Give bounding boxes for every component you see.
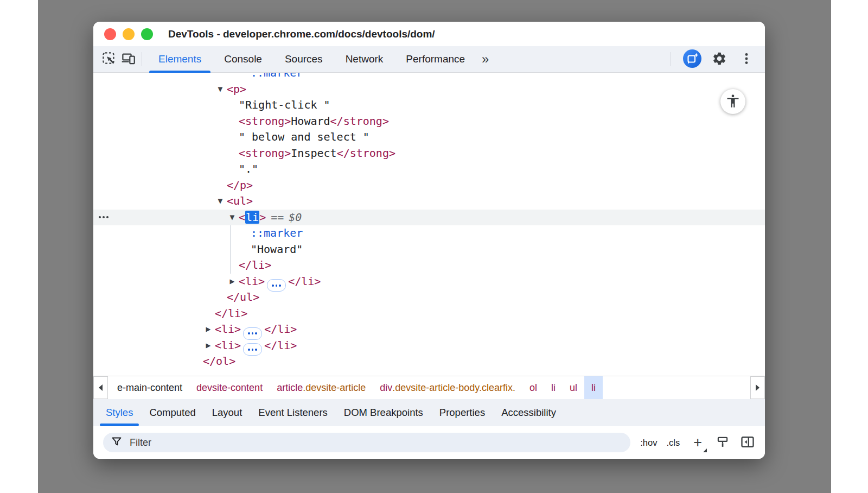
child-guideline xyxy=(230,257,231,274)
new-style-rule-button[interactable]: + xyxy=(690,435,705,451)
dom-tree-line[interactable]: </li> xyxy=(93,306,765,322)
breadcrumb-item-li[interactable]: li xyxy=(544,376,563,399)
ai-assistant-button[interactable] xyxy=(682,49,702,69)
dom-tree: ::marker▼<p>"Right-click "<strong>Howard… xyxy=(93,73,765,370)
dom-node-pseudo: ::marker xyxy=(251,73,303,79)
tab-layout[interactable]: Layout xyxy=(204,399,251,426)
crumb-cls: .devsite-article-body.clearfix. xyxy=(392,382,515,394)
collapse-arrow-icon[interactable]: ▼ xyxy=(227,210,237,226)
dom-tree-line[interactable]: ▶<li></li> xyxy=(93,274,765,290)
dock-sidebar-button[interactable] xyxy=(740,434,755,451)
tab-computed[interactable]: Computed xyxy=(141,399,203,426)
dom-node-tag: <p> xyxy=(227,83,246,96)
collapse-arrow-icon[interactable]: ▼ xyxy=(215,193,225,210)
toolbar-right-group xyxy=(667,49,760,69)
dom-node-sel: li xyxy=(245,211,259,224)
tab-network[interactable]: Network xyxy=(334,46,395,72)
breadcrumb-scroll-right-button[interactable] xyxy=(750,376,765,399)
dom-tree-line[interactable]: <strong>Inspect</strong> xyxy=(93,146,765,162)
elements-panel: ::marker▼<p>"Right-click "<strong>Howard… xyxy=(93,73,765,376)
toolbar-divider xyxy=(142,52,142,66)
dom-tree-line[interactable]: ▼<ul> xyxy=(93,193,765,210)
dom-tree-line[interactable]: </ol> xyxy=(93,353,765,370)
breadcrumb-item-li[interactable]: li xyxy=(584,376,603,399)
window-title: DevTools - developer.chrome.com/docs/dev… xyxy=(168,28,435,40)
paint-roller-button[interactable] xyxy=(716,435,730,451)
dom-node-eq: == xyxy=(271,211,284,224)
dom-tree-line[interactable]: ::marker xyxy=(93,225,765,242)
dom-tree-line[interactable]: </ul> xyxy=(93,289,765,306)
dom-tree-line[interactable]: ▶<li></li> xyxy=(93,321,765,338)
crumb-cls: .devsite-article xyxy=(303,382,366,394)
collapse-arrow-icon[interactable]: ▼ xyxy=(215,81,225,98)
breadcrumb-item-div-devsite-article-body-clearfix[interactable]: div.devsite-article-body.clearfix. xyxy=(373,376,522,399)
tab-elements[interactable]: Elements xyxy=(147,46,213,72)
dom-tree-line[interactable]: "Right-click " xyxy=(93,97,765,113)
styles-filter-input[interactable] xyxy=(129,437,623,449)
dom-tree-line[interactable]: <strong>Howard</strong> xyxy=(93,113,765,130)
dom-node-tag: < xyxy=(239,211,245,224)
dom-tree-line[interactable]: "Howard" xyxy=(93,242,765,258)
dom-node-tag: > xyxy=(259,211,266,224)
expand-arrow-icon[interactable]: ▶ xyxy=(203,338,213,354)
more-actions-icon[interactable] xyxy=(99,216,108,218)
inspect-element-button[interactable] xyxy=(99,49,118,69)
breadcrumb-scroll-left-button[interactable] xyxy=(93,376,108,399)
tab-label: Computed xyxy=(149,407,195,419)
sidebar-tab-bar: StylesComputedLayoutEvent ListenersDOM B… xyxy=(93,399,765,426)
dom-tree-line[interactable]: ▼<p> xyxy=(93,81,765,98)
toggle-hov[interactable]: :hov xyxy=(640,438,657,448)
crumb-plain: e-main-content xyxy=(117,382,182,394)
breadcrumb-item-ul[interactable]: ul xyxy=(563,376,584,399)
dom-node-dollar: $0 xyxy=(289,211,302,224)
dom-tree-line[interactable]: ▼<li>==$0 xyxy=(93,210,765,226)
dom-node-tag: <li> xyxy=(215,323,241,336)
breadcrumb: e-main-contentdevsite-contentarticle.dev… xyxy=(108,376,749,399)
tab-label: Styles xyxy=(106,407,133,419)
dom-tree-line[interactable]: ::marker xyxy=(93,73,765,81)
crumb-elem: li xyxy=(551,382,556,394)
dom-node-tag: </li> xyxy=(264,339,297,352)
dom-node-tag: </ol> xyxy=(203,355,235,368)
styles-filter-row: :hov.cls + xyxy=(93,426,765,459)
tab-label: DOM Breakpoints xyxy=(344,407,423,419)
expand-arrow-icon[interactable]: ▶ xyxy=(203,321,213,338)
filter-field[interactable] xyxy=(103,433,630,452)
dom-tree-line[interactable]: </li> xyxy=(93,257,765,274)
minimize-button[interactable] xyxy=(123,28,135,40)
tab-console[interactable]: Console xyxy=(213,46,273,72)
close-button[interactable] xyxy=(104,28,116,40)
child-guideline xyxy=(230,242,231,258)
breadcrumb-item-devsite-content[interactable]: devsite-content xyxy=(189,376,270,399)
dom-tree-line[interactable]: "." xyxy=(93,161,765,178)
dom-tree-line[interactable]: </p> xyxy=(93,178,765,194)
device-toolbar-icon xyxy=(121,51,136,67)
expand-arrow-icon[interactable]: ▶ xyxy=(227,274,237,290)
more-options-button[interactable] xyxy=(737,49,756,69)
tab-sources[interactable]: Sources xyxy=(273,46,334,72)
main-toolbar: ElementsConsoleSourcesNetworkPerformance… xyxy=(93,46,765,73)
device-toolbar-button[interactable] xyxy=(118,49,138,69)
toggle-cls[interactable]: .cls xyxy=(666,438,680,448)
dom-tree-line[interactable]: ▶<li></li> xyxy=(93,338,765,354)
accessibility-overlay-button[interactable] xyxy=(720,89,745,114)
tab-styles[interactable]: Styles xyxy=(98,399,141,426)
tab-label: Console xyxy=(224,53,262,65)
tab-label: Sources xyxy=(285,53,323,65)
zoom-button[interactable] xyxy=(141,28,153,40)
more-tabs-button[interactable]: » xyxy=(476,52,493,67)
tab-accessibility[interactable]: Accessibility xyxy=(493,399,564,426)
dom-node-text: Howard xyxy=(291,115,330,128)
breadcrumb-item-article-devsite-article[interactable]: article.devsite-article xyxy=(270,376,373,399)
breadcrumb-item-ol[interactable]: ol xyxy=(522,376,544,399)
breadcrumb-bar: e-main-contentdevsite-contentarticle.dev… xyxy=(93,376,765,399)
tab-event-listeners[interactable]: Event Listeners xyxy=(250,399,336,426)
tab-performance[interactable]: Performance xyxy=(394,46,476,72)
inspect-element-icon xyxy=(101,51,116,67)
tab-dom-breakpoints[interactable]: DOM Breakpoints xyxy=(336,399,431,426)
dom-tree-line[interactable]: " below and select " xyxy=(93,129,765,146)
breadcrumb-item-e-main-content[interactable]: e-main-content xyxy=(110,376,189,399)
tab-label: Properties xyxy=(439,407,485,419)
settings-button[interactable] xyxy=(710,49,729,69)
tab-properties[interactable]: Properties xyxy=(431,399,493,426)
